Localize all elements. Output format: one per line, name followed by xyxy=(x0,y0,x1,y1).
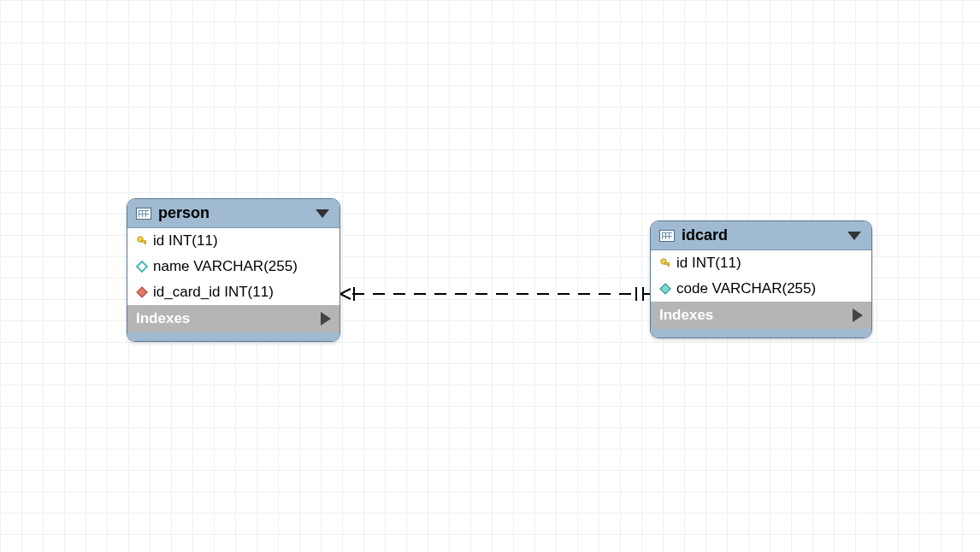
svg-marker-15 xyxy=(660,284,670,294)
column-row[interactable]: code VARCHAR(255) xyxy=(651,276,871,302)
svg-line-2 xyxy=(340,294,351,299)
entity-footer xyxy=(127,332,339,341)
indexes-label: Indexes xyxy=(659,307,846,324)
chevron-right-icon[interactable] xyxy=(853,308,863,322)
table-icon xyxy=(659,230,675,242)
entity-title: person xyxy=(158,204,309,222)
column-text: id INT(11) xyxy=(676,255,741,272)
column-row[interactable]: id INT(11) xyxy=(127,228,339,254)
diamond-open-icon xyxy=(136,261,148,273)
column-text: code VARCHAR(255) xyxy=(676,280,816,297)
indexes-section[interactable]: Indexes xyxy=(651,302,871,329)
entity-header[interactable]: person xyxy=(127,199,339,228)
entity-person[interactable]: person id INT(11) name VARCHAR(255) i xyxy=(127,198,340,342)
entity-header[interactable]: idcard xyxy=(651,221,871,250)
svg-rect-14 xyxy=(668,265,670,267)
table-icon xyxy=(136,208,151,220)
diamond-filled-icon xyxy=(659,283,671,295)
entity-idcard[interactable]: idcard id INT(11) code VARCHAR(255) Inde… xyxy=(650,220,872,338)
key-icon xyxy=(659,257,671,269)
svg-marker-11 xyxy=(137,287,147,297)
columns-list: id INT(11) code VARCHAR(255) xyxy=(651,250,871,302)
column-text: id_card_id INT(11) xyxy=(153,284,274,301)
indexes-section[interactable]: Indexes xyxy=(127,305,339,332)
svg-rect-9 xyxy=(145,243,146,244)
diamond-red-icon xyxy=(136,286,148,298)
chevron-down-icon[interactable] xyxy=(316,209,329,218)
column-text: id INT(11) xyxy=(153,232,218,250)
column-row[interactable]: name VARCHAR(255) xyxy=(127,254,339,279)
indexes-label: Indexes xyxy=(136,310,314,327)
entity-title: idcard xyxy=(682,226,841,244)
column-text: name VARCHAR(255) xyxy=(153,258,298,275)
svg-marker-10 xyxy=(137,261,147,272)
chevron-down-icon[interactable] xyxy=(847,232,861,240)
relationship-line xyxy=(340,285,650,302)
entity-footer xyxy=(651,329,871,338)
key-icon xyxy=(136,235,148,247)
columns-list: id INT(11) name VARCHAR(255) id_card_id … xyxy=(127,228,339,305)
column-row[interactable]: id_card_id INT(11) xyxy=(127,279,339,305)
chevron-right-icon[interactable] xyxy=(321,312,331,326)
diagram-canvas[interactable]: person id INT(11) name VARCHAR(255) i xyxy=(0,0,980,552)
svg-line-1 xyxy=(340,289,351,294)
column-row[interactable]: id INT(11) xyxy=(651,250,871,276)
